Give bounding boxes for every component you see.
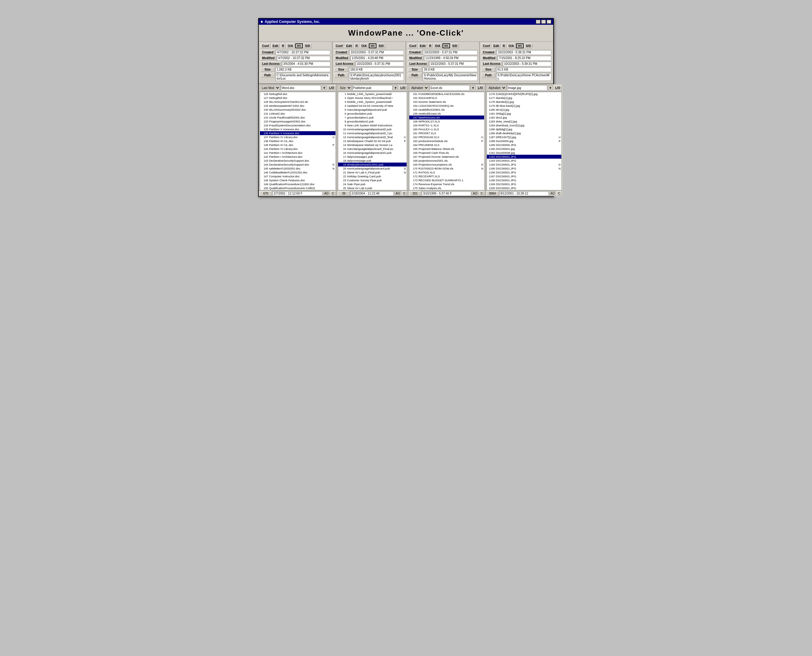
list-item[interactable]: 19donlacybrochure012501.pub: [338, 162, 407, 167]
list-item[interactable]: 163productionschedule.xlsP: [409, 139, 484, 143]
list-item[interactable]: 139Partition III CIL.docP: [260, 143, 336, 147]
list-item[interactable]: 160PAULEX~1.XLS: [409, 127, 484, 131]
list-item[interactable]: 12monicaslanguagelabpostcard2_finalU: [338, 135, 407, 139]
list-item[interactable]: 174Revenue-Expense Trend.xls: [409, 182, 484, 186]
list-item[interactable]: 1197DSC00001.JPG: [487, 174, 561, 178]
toolbar-btn-o/a[interactable]: O/A: [286, 43, 295, 48]
toolbar-btn-s/d[interactable]: S/D: [377, 43, 385, 48]
list-item[interactable]: 1181DNbg[1].jpg: [487, 111, 561, 116]
list-item[interactable]: 15marcslanguagelabpostcard_Final.pu: [338, 147, 407, 151]
list-item[interactable]: 1196DSC00001.JPG: [487, 170, 561, 174]
list-item[interactable]: 133Fingerprintusage042902.doc: [260, 119, 336, 123]
list-item[interactable]: 167Projected Income Statement.xls: [409, 155, 484, 159]
sort-select-4[interactable]: Alphabet: [487, 85, 506, 90]
list-item[interactable]: 16monicaslanguagelabpostcard1.pub: [338, 151, 407, 155]
list-item[interactable]: 142Partition I Architecture.doc: [260, 155, 336, 159]
list-item[interactable]: 161PROD97.XLS: [409, 131, 484, 135]
sort-select-2[interactable]: Size: [338, 85, 352, 90]
lo-button-2[interactable]: L/O: [399, 86, 407, 90]
list-item[interactable]: 1200DSC00001.JPG: [487, 186, 561, 190]
list-item[interactable]: 1Mobile_LINK_System_powerinstall-: [338, 92, 407, 96]
list-item[interactable]: 129wirelesswpatent071002.doc: [260, 104, 336, 108]
status-c-button[interactable]: C: [479, 191, 484, 196]
list-item[interactable]: 128WLANSsystemChar061102.do: [260, 100, 336, 104]
list-item[interactable]: 175Sales Analysis.xls: [409, 186, 484, 190]
list-item[interactable]: 154LOGICMICROCONSEQ.xls: [409, 104, 484, 108]
list-item[interactable]: 132Uncle PaulEmail052002.doc: [260, 116, 336, 119]
toolbar-btn-o/a[interactable]: O/A: [433, 43, 442, 48]
list-item[interactable]: 130WLANSsummary052002.doc: [260, 108, 336, 111]
list-item[interactable]: 13Windowpane Chadd 02-02-04.pubP: [338, 139, 407, 143]
toolbar-btn-conf[interactable]: Conf: [408, 43, 418, 48]
toolbar-btn-r[interactable]: R: [428, 43, 433, 48]
toolbar-btn-conf[interactable]: Conf: [261, 43, 271, 48]
list-item[interactable]: 141Partition I Architecture.doc: [260, 151, 336, 155]
list-item[interactable]: 168projectioncone2001.xls: [409, 159, 484, 162]
list-item[interactable]: 146Colddeadletter#12031202.doc: [260, 170, 336, 174]
list-item[interactable]: 25Steve AV Lab 4.pub: [338, 186, 407, 190]
list-item[interactable]: 10monicaslanguagelabpostcard2.pub: [338, 127, 407, 131]
list-item[interactable]: 1195DSC00001.JPGN: [487, 167, 561, 170]
list-item[interactable]: 137Partition IV Library.docU: [260, 135, 336, 139]
list-item[interactable]: 153Income Statement.xls: [409, 100, 484, 104]
list-item[interactable]: 2Open House Story 091103bacfinal r: [338, 96, 407, 100]
toolbar-btn-s/d[interactable]: S/D: [303, 43, 312, 48]
list-item[interactable]: 145saleletter#13032002.docN: [260, 167, 336, 170]
filter-input-4[interactable]: [507, 85, 547, 90]
list-item[interactable]: 164PROJDEMI.XLS: [409, 143, 484, 147]
list-item[interactable]: 1191Dsc000008.jpg: [487, 151, 561, 155]
list-item[interactable]: 1189DSC00000.JPG: [487, 143, 561, 147]
toolbar-btn-edit[interactable]: Edit: [345, 43, 354, 48]
filter-dropdown-icon-2[interactable]: ▼: [393, 86, 399, 90]
filter-input-2[interactable]: [352, 85, 393, 90]
list-item[interactable]: 1188Dsc00000.jpgP: [487, 139, 561, 143]
list-item[interactable]: 1187DRE1007[1].jpgU: [487, 135, 561, 139]
list-item[interactable]: 149QualificationProceedure121802.doc: [260, 182, 336, 186]
list-item[interactable]: 1199DSC00001.JPG: [487, 182, 561, 186]
list-item[interactable]: 1179dk-blue-back[1].jpg: [487, 104, 561, 108]
list-item[interactable]: 126DebugRef.doc: [260, 92, 336, 96]
list-item[interactable]: 6groundisolation.pub: [338, 111, 407, 116]
toolbar-btn-r[interactable]: R: [501, 43, 506, 48]
lo-button-1[interactable]: L/O: [328, 86, 336, 90]
filter-dropdown-icon-3[interactable]: ▼: [470, 86, 476, 90]
close-button[interactable]: ✕: [547, 20, 551, 24]
list-item[interactable]: 136Partition V Annexes.doc: [260, 131, 336, 135]
toolbar-btn-ms[interactable]: MS: [516, 43, 524, 48]
list-item[interactable]: 151FUNDBEGENDBALANCES2000.xls: [409, 92, 484, 96]
list-item[interactable]: 5marcslanguagelabpostcard.pub: [338, 108, 407, 111]
list-item[interactable]: 157NewHorizons.xls: [409, 116, 484, 119]
list-item[interactable]: 171RATIOS.XLS: [409, 170, 484, 174]
maximize-button[interactable]: □: [541, 20, 546, 24]
list-item[interactable]: 1193DSC00001.JPG: [487, 159, 561, 162]
list-item[interactable]: 143DeclarativeSecuritySupport.doc: [260, 159, 336, 162]
list-item[interactable]: 20monicaslanguagelabpostcard.pubD: [338, 167, 407, 170]
list-item[interactable]: 11monicaslanguagelabpostcard2_f.pu: [338, 131, 407, 135]
list-item[interactable]: 147Computer Instructor.doc: [260, 174, 336, 178]
list-item[interactable]: 1178diande4[1].jpg: [487, 100, 561, 104]
lo-button-4[interactable]: L/O: [554, 86, 562, 90]
list-item[interactable]: 18Italycoverpage.pub: [338, 159, 407, 162]
sort-select-1[interactable]: Last Mod: [260, 85, 280, 90]
list-item[interactable]: 166Projected Cash Flow.xls: [409, 151, 484, 155]
list-item[interactable]: 17Italycoverpage1.pub: [338, 155, 407, 159]
list-item[interactable]: 173RECISED BUDGET-SUMMARY0 1.: [409, 178, 484, 182]
toolbar-btn-s/d[interactable]: S/D: [524, 43, 532, 48]
list-item[interactable]: 159PARTS1~1.XLS: [409, 123, 484, 127]
list-item[interactable]: 131Linknei2.doc: [260, 111, 336, 116]
list-item[interactable]: 1186draft-desktidy[1].jpg: [487, 131, 561, 135]
list-item[interactable]: 14Windowpane Marked Up Screen La: [338, 143, 407, 147]
list-item[interactable]: 152IDGSAMPXLS: [409, 96, 484, 100]
list-item[interactable]: 1184download_icon2[1].jpg: [487, 123, 561, 127]
list-item[interactable]: 162PRODSUM.XLSU: [409, 135, 484, 139]
list-item[interactable]: 1177diande[1].jpg: [487, 96, 561, 100]
toolbar-btn-edit[interactable]: Edit: [492, 43, 501, 48]
list-item[interactable]: 24Sale Flyer.pub: [338, 182, 407, 186]
list-item[interactable]: 1198DSC00001.JPG: [487, 178, 561, 182]
list-item[interactable]: 165Projected Balance Sheet.xls: [409, 147, 484, 151]
list-item[interactable]: 9New Link System Mobil Instructions: [338, 123, 407, 127]
list-item[interactable]: 1194DSC00001.JPGD: [487, 162, 561, 167]
toolbar-btn-r[interactable]: R: [354, 43, 359, 48]
list-item[interactable]: 3Mobile_LINK_System_powerinstall-: [338, 100, 407, 104]
filter-dropdown-icon-4[interactable]: ▼: [548, 86, 553, 90]
